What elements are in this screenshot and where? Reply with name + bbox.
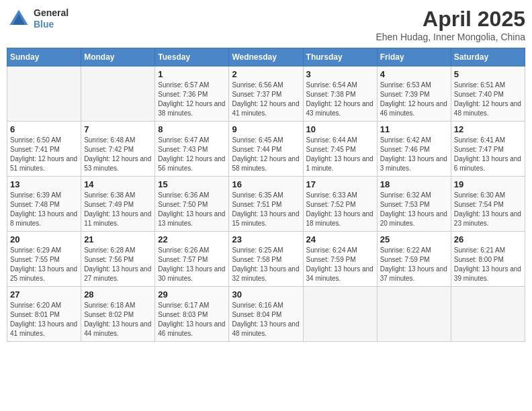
logo-line2: Blue — [34, 19, 69, 30]
calendar-body: 1Sunrise: 6:57 AMSunset: 7:36 PMDaylight… — [7, 66, 525, 342]
calendar-day-cell: 25Sunrise: 6:22 AMSunset: 7:59 PMDayligh… — [377, 232, 451, 287]
day-number: 13 — [10, 179, 78, 189]
weekday-header-cell: Monday — [81, 48, 155, 66]
day-number: 8 — [158, 124, 226, 134]
calendar-day-cell: 28Sunrise: 6:18 AMSunset: 8:02 PMDayligh… — [81, 287, 155, 342]
day-info: Sunrise: 6:21 AMSunset: 8:00 PMDaylight:… — [454, 246, 522, 283]
day-info: Sunrise: 6:29 AMSunset: 7:55 PMDaylight:… — [10, 246, 78, 283]
day-number: 28 — [84, 289, 152, 300]
day-number: 2 — [232, 69, 300, 79]
day-info: Sunrise: 6:45 AMSunset: 7:44 PMDaylight:… — [232, 136, 300, 173]
calendar-day-cell: 23Sunrise: 6:25 AMSunset: 7:58 PMDayligh… — [229, 232, 303, 287]
day-info: Sunrise: 6:28 AMSunset: 7:56 PMDaylight:… — [84, 246, 152, 283]
day-info: Sunrise: 6:25 AMSunset: 7:58 PMDaylight:… — [232, 246, 300, 283]
calendar-day-cell: 27Sunrise: 6:20 AMSunset: 8:01 PMDayligh… — [7, 287, 81, 342]
calendar-day-cell: 18Sunrise: 6:32 AMSunset: 7:53 PMDayligh… — [377, 177, 451, 232]
day-number: 3 — [306, 69, 374, 79]
logo-icon — [7, 7, 31, 31]
day-info: Sunrise: 6:16 AMSunset: 8:04 PMDaylight:… — [232, 301, 300, 338]
day-number: 6 — [10, 124, 78, 134]
day-number: 22 — [158, 234, 226, 244]
calendar-day-cell: 12Sunrise: 6:41 AMSunset: 7:47 PMDayligh… — [451, 122, 525, 177]
calendar-day-cell: 22Sunrise: 6:26 AMSunset: 7:57 PMDayligh… — [155, 232, 229, 287]
day-info: Sunrise: 6:39 AMSunset: 7:48 PMDaylight:… — [10, 191, 78, 228]
logo-text: General Blue — [34, 7, 69, 30]
day-info: Sunrise: 6:30 AMSunset: 7:54 PMDaylight:… — [454, 191, 522, 228]
calendar-week-row: 1Sunrise: 6:57 AMSunset: 7:36 PMDaylight… — [7, 66, 525, 122]
calendar-week-row: 20Sunrise: 6:29 AMSunset: 7:55 PMDayligh… — [7, 232, 525, 287]
calendar-day-cell — [451, 287, 525, 342]
day-info: Sunrise: 6:26 AMSunset: 7:57 PMDaylight:… — [158, 246, 226, 283]
weekday-header-cell: Wednesday — [229, 48, 303, 66]
day-number: 11 — [380, 124, 448, 134]
day-number: 16 — [232, 179, 300, 189]
day-number: 1 — [158, 69, 226, 79]
calendar-day-cell: 16Sunrise: 6:35 AMSunset: 7:51 PMDayligh… — [229, 177, 303, 232]
day-info: Sunrise: 6:51 AMSunset: 7:40 PMDaylight:… — [454, 81, 522, 118]
calendar-day-cell: 15Sunrise: 6:36 AMSunset: 7:50 PMDayligh… — [155, 177, 229, 232]
weekday-header-cell: Saturday — [451, 48, 525, 66]
day-number: 10 — [306, 124, 374, 134]
day-number: 29 — [158, 289, 226, 300]
calendar-day-cell: 29Sunrise: 6:17 AMSunset: 8:03 PMDayligh… — [155, 287, 229, 342]
day-number: 7 — [84, 124, 152, 134]
calendar-day-cell: 9Sunrise: 6:45 AMSunset: 7:44 PMDaylight… — [229, 122, 303, 177]
day-info: Sunrise: 6:24 AMSunset: 7:59 PMDaylight:… — [306, 246, 374, 283]
calendar-day-cell: 4Sunrise: 6:53 AMSunset: 7:39 PMDaylight… — [377, 66, 451, 122]
day-number: 14 — [84, 179, 152, 189]
day-number: 27 — [10, 289, 78, 300]
day-number: 20 — [10, 234, 78, 244]
calendar-day-cell: 13Sunrise: 6:39 AMSunset: 7:48 PMDayligh… — [7, 177, 81, 232]
day-info: Sunrise: 6:42 AMSunset: 7:46 PMDaylight:… — [380, 136, 448, 173]
day-number: 12 — [454, 124, 522, 134]
day-info: Sunrise: 6:50 AMSunset: 7:41 PMDaylight:… — [10, 136, 78, 173]
calendar-day-cell — [303, 287, 377, 342]
day-number: 18 — [380, 179, 448, 189]
calendar-day-cell: 21Sunrise: 6:28 AMSunset: 7:56 PMDayligh… — [81, 232, 155, 287]
calendar-day-cell: 11Sunrise: 6:42 AMSunset: 7:46 PMDayligh… — [377, 122, 451, 177]
calendar-week-row: 6Sunrise: 6:50 AMSunset: 7:41 PMDaylight… — [7, 122, 525, 177]
day-number: 5 — [454, 69, 522, 79]
day-info: Sunrise: 6:36 AMSunset: 7:50 PMDaylight:… — [158, 191, 226, 228]
day-info: Sunrise: 6:56 AMSunset: 7:37 PMDaylight:… — [232, 81, 300, 118]
calendar-day-cell: 30Sunrise: 6:16 AMSunset: 8:04 PMDayligh… — [229, 287, 303, 342]
day-number: 23 — [232, 234, 300, 244]
day-info: Sunrise: 6:44 AMSunset: 7:45 PMDaylight:… — [306, 136, 374, 173]
day-info: Sunrise: 6:53 AMSunset: 7:39 PMDaylight:… — [380, 81, 448, 118]
calendar-day-cell: 1Sunrise: 6:57 AMSunset: 7:36 PMDaylight… — [155, 66, 229, 122]
calendar-day-cell — [7, 66, 81, 122]
day-info: Sunrise: 6:41 AMSunset: 7:47 PMDaylight:… — [454, 136, 522, 173]
calendar-day-cell: 14Sunrise: 6:38 AMSunset: 7:49 PMDayligh… — [81, 177, 155, 232]
calendar-day-cell — [81, 66, 155, 122]
weekday-header-cell: Sunday — [7, 48, 81, 66]
day-info: Sunrise: 6:38 AMSunset: 7:49 PMDaylight:… — [84, 191, 152, 228]
title-block: April 2025 Ehen Hudag, Inner Mongolia, C… — [375, 7, 525, 42]
calendar-day-cell: 5Sunrise: 6:51 AMSunset: 7:40 PMDaylight… — [451, 66, 525, 122]
weekday-header-cell: Tuesday — [155, 48, 229, 66]
calendar-day-cell: 17Sunrise: 6:33 AMSunset: 7:52 PMDayligh… — [303, 177, 377, 232]
day-number: 15 — [158, 179, 226, 189]
day-info: Sunrise: 6:20 AMSunset: 8:01 PMDaylight:… — [10, 301, 78, 338]
weekday-header-row: SundayMondayTuesdayWednesdayThursdayFrid… — [7, 48, 525, 66]
calendar-table: SundayMondayTuesdayWednesdayThursdayFrid… — [7, 48, 525, 342]
calendar-day-cell — [377, 287, 451, 342]
logo-line1: General — [34, 7, 69, 19]
day-number: 25 — [380, 234, 448, 244]
day-number: 19 — [454, 179, 522, 189]
day-number: 4 — [380, 69, 448, 79]
month-title: April 2025 — [375, 7, 525, 32]
day-number: 30 — [232, 289, 300, 300]
calendar-day-cell: 20Sunrise: 6:29 AMSunset: 7:55 PMDayligh… — [7, 232, 81, 287]
day-info: Sunrise: 6:32 AMSunset: 7:53 PMDaylight:… — [380, 191, 448, 228]
calendar-day-cell: 8Sunrise: 6:47 AMSunset: 7:43 PMDaylight… — [155, 122, 229, 177]
calendar-day-cell: 2Sunrise: 6:56 AMSunset: 7:37 PMDaylight… — [229, 66, 303, 122]
calendar-day-cell: 26Sunrise: 6:21 AMSunset: 8:00 PMDayligh… — [451, 232, 525, 287]
day-info: Sunrise: 6:57 AMSunset: 7:36 PMDaylight:… — [158, 81, 226, 118]
day-info: Sunrise: 6:18 AMSunset: 8:02 PMDaylight:… — [84, 301, 152, 338]
calendar-day-cell: 24Sunrise: 6:24 AMSunset: 7:59 PMDayligh… — [303, 232, 377, 287]
calendar-week-row: 27Sunrise: 6:20 AMSunset: 8:01 PMDayligh… — [7, 287, 525, 342]
calendar-day-cell: 6Sunrise: 6:50 AMSunset: 7:41 PMDaylight… — [7, 122, 81, 177]
calendar-week-row: 13Sunrise: 6:39 AMSunset: 7:48 PMDayligh… — [7, 177, 525, 232]
day-info: Sunrise: 6:54 AMSunset: 7:38 PMDaylight:… — [306, 81, 374, 118]
calendar-day-cell: 3Sunrise: 6:54 AMSunset: 7:38 PMDaylight… — [303, 66, 377, 122]
